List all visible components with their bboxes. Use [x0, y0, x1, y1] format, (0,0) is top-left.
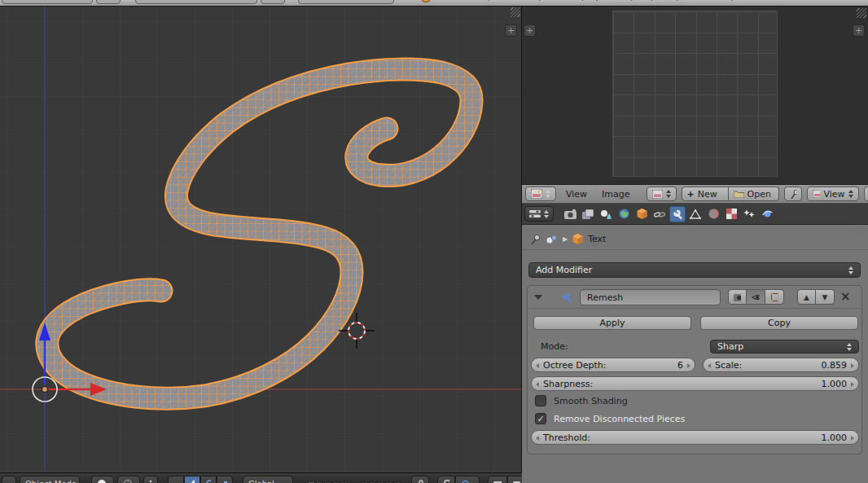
scene-icon — [600, 209, 612, 219]
tab-particles[interactable] — [741, 206, 757, 222]
uv-pivot-button[interactable] — [864, 187, 868, 201]
manipulator-translate-toggle[interactable] — [184, 476, 200, 483]
image-open-button[interactable]: Open — [729, 187, 779, 201]
scene-dropdown[interactable]: Scene — [135, 0, 257, 4]
viewport-header: Object Mode — [0, 472, 522, 483]
modifier-name-field[interactable]: Remesh — [580, 289, 721, 305]
object-mode-label: Object Mode — [25, 480, 77, 483]
apply-button[interactable]: Apply — [533, 316, 691, 330]
delete-modifier-button[interactable]: × — [840, 289, 851, 305]
object-origin — [42, 387, 48, 393]
editmode-visibility-toggle[interactable] — [765, 289, 784, 305]
constraints-icon — [654, 209, 665, 219]
blender-logo-icon — [420, 0, 432, 2]
scene-add-button[interactable] — [261, 0, 285, 4]
viewport-expand-button[interactable]: + — [505, 24, 517, 37]
add-modifier-dropdown[interactable]: Add Modifier — [528, 262, 861, 278]
tab-scene[interactable] — [598, 206, 614, 222]
remove-disconnected-label: Remove Disconnected Pieces — [554, 414, 685, 424]
modifier-display-toggles — [728, 289, 784, 305]
render-opengl-anim-button[interactable] — [507, 476, 522, 483]
move-modifier-down-button[interactable]: ▼ — [816, 289, 835, 305]
object-icon[interactable] — [546, 234, 558, 244]
shading-sphere-icon — [97, 479, 107, 483]
orientation-label: Global — [248, 480, 274, 483]
tab-modifiers[interactable] — [669, 206, 686, 222]
image-datablock-browse[interactable] — [647, 187, 677, 201]
pivot-point-dropdown[interactable] — [117, 476, 140, 483]
threshold-slider[interactable]: Threshold: 1.000 — [531, 430, 859, 445]
editor-type-button-properties[interactable] — [524, 206, 554, 222]
collapse-triangle-icon[interactable] — [534, 295, 542, 300]
object-mode-dropdown[interactable]: Object Mode — [20, 476, 80, 483]
tab-render[interactable] — [562, 206, 578, 222]
render-camera-icon — [564, 209, 576, 219]
screen-layout-dropdown[interactable]: Default — [2, 0, 93, 4]
modifier-move-buttons: ▲ ▼ — [797, 289, 835, 305]
uv-view-label: View — [823, 189, 844, 200]
editor-type-button-uv[interactable] — [525, 187, 556, 201]
properties-body: ▶ Text Add Modifier Remesh — [522, 225, 868, 483]
copy-button[interactable]: Copy — [700, 316, 858, 330]
uv-expand-left-button[interactable]: + — [524, 24, 536, 37]
viewport-visibility-toggle[interactable] — [747, 289, 765, 305]
viewport-canvas[interactable] — [0, 7, 521, 472]
smooth-shading-checkbox[interactable] — [535, 395, 546, 406]
tab-object[interactable] — [633, 206, 650, 222]
snap-increment-icon — [461, 480, 470, 483]
physics-icon — [762, 209, 773, 219]
tab-constraints[interactable] — [651, 206, 668, 222]
tab-texture[interactable] — [723, 206, 739, 222]
manipulator-scale-toggle[interactable] — [217, 476, 233, 483]
snap-toggle[interactable] — [437, 476, 455, 483]
eye-toggle-icon — [752, 293, 760, 301]
tab-material[interactable] — [705, 206, 721, 222]
viewport-shading-dropdown[interactable] — [91, 476, 114, 483]
layout-add-button[interactable] — [96, 0, 121, 4]
uv-image-editor[interactable]: + + — [522, 7, 868, 184]
render-visibility-toggle[interactable] — [728, 289, 747, 305]
menu-view[interactable]: View — [561, 189, 592, 200]
snap-element-dropdown[interactable] — [455, 476, 480, 483]
tab-object-data[interactable] — [687, 206, 704, 222]
uv-corner-grip[interactable] — [857, 8, 866, 18]
tab-render-layers[interactable] — [580, 206, 596, 222]
render-engine-dropdown[interactable]: Blender Render — [298, 0, 394, 4]
props-corner-grip[interactable] — [857, 226, 866, 236]
uv-view-dropdown[interactable]: View — [807, 187, 859, 201]
menu-image[interactable]: Image — [597, 189, 634, 200]
image-pin-button[interactable] — [784, 187, 802, 201]
sharpness-slider[interactable]: Sharpness: 1.000 — [531, 376, 859, 391]
pin-icon — [790, 189, 796, 200]
remove-disconnected-checkbox[interactable]: ✓ — [535, 413, 546, 424]
tab-world[interactable] — [616, 206, 632, 222]
breadcrumb-arrow-icon: ▶ — [563, 235, 568, 243]
area-corner-grip[interactable] — [511, 7, 520, 17]
manipulator-toggle[interactable] — [168, 476, 184, 483]
pin-icon[interactable] — [530, 234, 541, 245]
translate-icon — [190, 480, 195, 483]
object-cube-icon — [637, 209, 647, 219]
threshold-label: Threshold: — [543, 433, 822, 443]
scale-slider[interactable]: Scale: 0.859 — [703, 358, 859, 372]
editor-type-button-3dview[interactable] — [2, 476, 16, 483]
mode-label: Mode: — [541, 341, 568, 352]
mode-dropdown[interactable]: Sharp — [710, 340, 859, 353]
render-opengl-button[interactable] — [488, 476, 507, 483]
image-new-button[interactable]: + New — [682, 187, 729, 201]
move-modifier-up-button[interactable]: ▲ — [797, 289, 816, 305]
material-icon — [708, 209, 719, 219]
manipulator-rotate-toggle[interactable] — [200, 476, 217, 483]
image-icon — [652, 190, 663, 199]
pivot-align-toggle[interactable] — [143, 476, 158, 483]
scale-label: Scale: — [715, 360, 822, 371]
uv-editor-header: View Image + New Open View — [522, 184, 868, 204]
tab-physics[interactable] — [759, 206, 775, 222]
uv-expand-right-button[interactable]: + — [853, 24, 865, 37]
lock-to-scene-toggle[interactable] — [411, 476, 429, 483]
octree-depth-slider[interactable]: Octree Depth: 6 — [531, 358, 695, 372]
transform-orientation-dropdown[interactable]: Global — [243, 476, 293, 483]
viewport-3d[interactable]: + — [0, 7, 522, 472]
modifier-wrench-icon — [560, 291, 572, 303]
layers-widget — [308, 476, 401, 483]
